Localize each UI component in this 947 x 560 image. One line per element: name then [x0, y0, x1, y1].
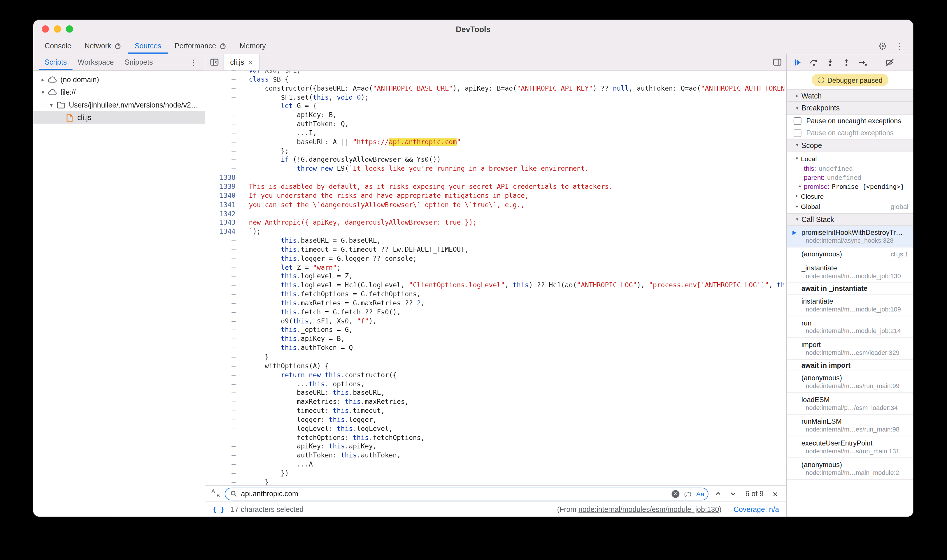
line-gutter[interactable]: –	[205, 470, 240, 479]
line-gutter[interactable]: –	[205, 102, 240, 111]
line-gutter[interactable]: –	[205, 317, 240, 326]
code-line[interactable]: 1340If you understand the risks and have…	[205, 192, 787, 201]
chevron-right-icon[interactable]: ▸	[793, 193, 801, 199]
call-stack-frame[interactable]: instantiatenode:internal/m…module_job:10…	[787, 295, 913, 317]
line-gutter[interactable]: –	[205, 138, 240, 147]
hide-navigator-icon[interactable]	[205, 54, 223, 70]
line-gutter[interactable]: –	[205, 84, 240, 93]
line-gutter[interactable]: –	[205, 371, 240, 380]
code-line[interactable]: – this.timeout = G.timeout ?? Lw.DEFAULT…	[205, 246, 787, 255]
line-gutter[interactable]: –	[205, 129, 240, 138]
line-gutter[interactable]: –	[205, 380, 240, 389]
code-line[interactable]: 1342	[205, 210, 787, 219]
search-input[interactable]: api.anthropic.com × (.*) Aa	[225, 488, 709, 500]
settings-gear-icon[interactable]	[878, 42, 887, 51]
tab-memory[interactable]: Memory	[233, 38, 272, 54]
code-line[interactable]: – ...this._options,	[205, 380, 787, 389]
scope-variable-parent[interactable]: parent: undefined	[787, 172, 913, 182]
line-gutter[interactable]: –	[205, 156, 240, 165]
code-line[interactable]: 1341you can set the \`dangerouslyAllowBr…	[205, 201, 787, 210]
line-gutter[interactable]: –	[205, 425, 240, 434]
line-gutter[interactable]: –	[205, 434, 240, 443]
code-line[interactable]: – })	[205, 470, 787, 479]
source-link[interactable]: node:internal/modules/esm/module_job:130	[578, 505, 719, 514]
call-stack-frame[interactable]: runnode:internal/m…module_job:214	[787, 316, 913, 338]
code-line[interactable]: – this.apiKey = B,	[205, 335, 787, 344]
chevron-down-icon[interactable]: ▾	[793, 105, 802, 111]
line-gutter[interactable]: –	[205, 326, 240, 335]
line-gutter[interactable]: –	[205, 71, 240, 75]
code-line[interactable]: – apiKey: B,	[205, 111, 787, 120]
scope-local-group[interactable]: ▾ Local	[787, 153, 913, 163]
call-stack-frame[interactable]: ▶promiseInitHookWithDestroyTr…node:inter…	[787, 226, 913, 248]
chevron-right-icon[interactable]: ▸	[793, 93, 802, 98]
scope-global-group[interactable]: ▸ Global global	[787, 201, 913, 211]
code-editor[interactable]: –var Xs0, $F1;–class $B {– constructor({…	[205, 71, 787, 485]
code-line[interactable]: – baseURL: this.baseURL,	[205, 389, 787, 398]
pause-caught-checkbox[interactable]	[794, 129, 802, 137]
code-line[interactable]: – logger: this.logger,	[205, 416, 787, 425]
tab-snippets[interactable]: Snippets	[119, 54, 158, 70]
tree-item-cli-js[interactable]: cli.js	[33, 111, 205, 124]
code-line[interactable]: – timeout: this.timeout,	[205, 407, 787, 416]
code-line[interactable]: – maxRetries: this.maxRetries,	[205, 398, 787, 407]
line-gutter[interactable]: 1341	[205, 201, 240, 210]
close-window-button[interactable]	[42, 25, 49, 32]
step-button[interactable]	[858, 58, 867, 67]
line-gutter[interactable]: –	[205, 246, 240, 255]
pause-uncaught-exceptions-row[interactable]: Pause on uncaught exceptions	[787, 115, 913, 127]
window-titlebar[interactable]: DevTools	[33, 20, 913, 38]
code-line[interactable]: – this.logLevel = Z,	[205, 272, 787, 282]
pretty-print-toggle[interactable]: { }	[213, 506, 225, 513]
code-line[interactable]: 1344`);	[205, 228, 787, 237]
line-gutter[interactable]: –	[205, 75, 240, 85]
code-line[interactable]: 1343new Anthropic({ apiKey, dangerouslyA…	[205, 219, 787, 228]
line-gutter[interactable]: –	[205, 443, 240, 452]
line-gutter[interactable]: 1343	[205, 219, 240, 228]
code-line[interactable]: – apiKey: this.apiKey,	[205, 443, 787, 452]
code-line[interactable]: – let G = {	[205, 102, 787, 111]
watch-section-header[interactable]: ▸ Watch	[787, 89, 913, 102]
line-gutter[interactable]: –	[205, 291, 240, 300]
scope-variable-this[interactable]: this: undefined	[787, 163, 913, 172]
call-stack-frame[interactable]: (anonymous)node:internal/m…es/run_main:9…	[787, 371, 913, 393]
close-tab-icon[interactable]: ×	[248, 58, 253, 67]
line-gutter[interactable]: –	[205, 461, 240, 470]
scope-variable-promise[interactable]: ▸ promise: Promise {<pending>}	[787, 182, 913, 191]
zoom-window-button[interactable]	[66, 25, 73, 32]
call-stack-frame[interactable]: runMainESMnode:internal/m…es/run_main:98	[787, 415, 913, 437]
tree-item-no-domain[interactable]: ▸ (no domain)	[33, 73, 205, 86]
tab-workspace[interactable]: Workspace	[72, 54, 119, 70]
code-line[interactable]: – this._options = G,	[205, 326, 787, 335]
previous-match-icon[interactable]	[713, 488, 724, 499]
code-line[interactable]: – let Z = "warn";	[205, 263, 787, 272]
breakpoints-section-header[interactable]: ▾ Breakpoints	[787, 102, 913, 115]
code-line[interactable]: – withOptions(A) {	[205, 362, 787, 371]
step-into-button[interactable]	[826, 58, 835, 67]
call-stack-frame[interactable]: _instantiatenode:internal/m…module_job:1…	[787, 262, 913, 283]
tab-scripts[interactable]: Scripts	[39, 54, 72, 70]
code-line[interactable]: – if (!G.dangerouslyAllowBrowser && Ys0(…	[205, 156, 787, 165]
line-gutter[interactable]: –	[205, 478, 240, 485]
code-line[interactable]: 1339This is disabled by default, as it r…	[205, 183, 787, 192]
chevron-down-icon[interactable]: ▾	[793, 143, 802, 148]
code-line[interactable]: – constructor({baseURL: A=ao("ANTHROPIC_…	[205, 84, 787, 93]
tab-console[interactable]: Console	[38, 38, 78, 54]
code-line[interactable]: – ...I,	[205, 129, 787, 138]
code-line[interactable]: – authToken: this.authToken,	[205, 452, 787, 461]
line-gutter[interactable]: 1342	[205, 210, 240, 219]
resume-button[interactable]	[793, 58, 802, 67]
search-query-text[interactable]: api.anthropic.com	[241, 489, 668, 498]
line-gutter[interactable]: –	[205, 299, 240, 308]
line-gutter[interactable]: 1338	[205, 174, 240, 183]
line-gutter[interactable]: –	[205, 93, 240, 102]
pause-caught-exceptions-row[interactable]: Pause on caught exceptions	[787, 127, 913, 139]
line-gutter[interactable]: –	[205, 272, 240, 282]
line-gutter[interactable]: –	[205, 362, 240, 371]
coverage-link[interactable]: Coverage: n/a	[734, 505, 779, 514]
chevron-right-icon[interactable]: ▸	[796, 183, 804, 189]
line-gutter[interactable]: –	[205, 120, 240, 129]
tab-performance[interactable]: Performance	[168, 38, 233, 54]
code-line[interactable]: – this.maxRetries = G.maxRetries ?? 2,	[205, 299, 787, 308]
line-gutter[interactable]: 1339	[205, 183, 240, 192]
